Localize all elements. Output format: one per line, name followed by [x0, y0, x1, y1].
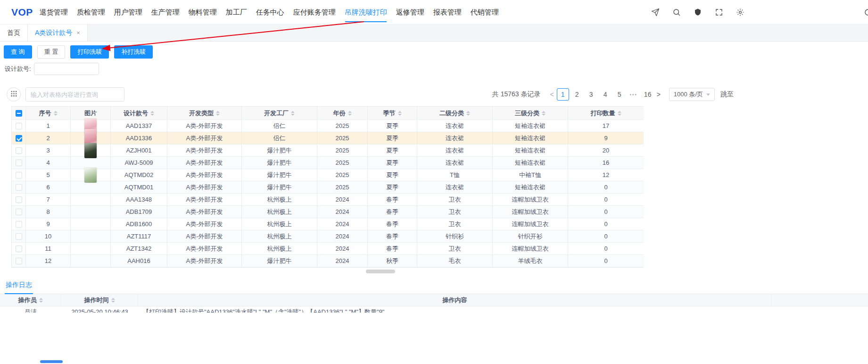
nav-item[interactable]: 用户管理 [114, 0, 142, 25]
row-checkbox[interactable] [16, 209, 22, 215]
cell-season: 春季 [368, 243, 417, 255]
tab-close-icon[interactable]: × [76, 30, 80, 36]
row-select-cell[interactable] [12, 181, 26, 194]
row-checkbox[interactable] [16, 184, 22, 191]
select-all-cell[interactable] [12, 107, 26, 120]
page-button[interactable]: 16 [642, 88, 654, 101]
send-icon[interactable] [651, 8, 660, 17]
page-button[interactable]: 3 [585, 88, 597, 101]
column-label: 操作员 [18, 296, 37, 305]
cell-factory: 侣仁 [242, 120, 317, 132]
clipped-icon[interactable] [864, 8, 868, 17]
cell-season: 夏季 [368, 144, 417, 157]
page-button[interactable]: 5 [613, 88, 626, 101]
page-button[interactable]: 2 [571, 88, 583, 101]
fullscreen-icon[interactable] [715, 8, 723, 17]
nav-item[interactable]: 报表管理 [433, 0, 462, 25]
log-horizontal-scrollbar[interactable] [40, 360, 63, 363]
row-select-cell[interactable] [12, 194, 26, 206]
page-size-select[interactable]: 1000 条/页 [669, 88, 715, 101]
row-select-cell[interactable] [12, 157, 26, 169]
cell-dev-type: A类-外部开发 [167, 206, 242, 218]
row-select-cell[interactable] [12, 255, 26, 267]
row-checkbox[interactable] [16, 172, 22, 178]
row-checkbox[interactable] [16, 196, 22, 203]
row-select-cell[interactable] [12, 120, 26, 132]
page-button[interactable]: 1 [557, 88, 569, 101]
scrollbar-thumb[interactable] [366, 270, 395, 273]
cell-img [71, 194, 111, 206]
table-filter-input[interactable] [25, 87, 124, 102]
tab-operation-log[interactable]: 操作日志 [5, 277, 33, 294]
nav-item[interactable]: 加工厂 [226, 0, 247, 25]
pagination-ellipsis[interactable]: ••• [628, 88, 640, 101]
product-thumbnail[interactable] [84, 168, 97, 183]
query-button[interactable]: 查 询 [4, 45, 32, 59]
column-header: 三级分类 [493, 107, 568, 120]
column-header: 开发工厂 [242, 107, 317, 120]
reset-button[interactable]: 重 置 [37, 45, 66, 59]
print-washlabel-button[interactable]: 打印洗唛 [70, 45, 109, 59]
sort-icon[interactable] [54, 111, 58, 116]
row-checkbox[interactable] [16, 123, 22, 129]
cell-design-no: ADB1600 [111, 218, 167, 230]
caret-up-icon [291, 111, 295, 113]
row-checkbox[interactable] [16, 135, 22, 142]
sort-icon[interactable] [39, 298, 43, 303]
nav-item[interactable]: 代销管理 [471, 0, 499, 25]
row-select-cell[interactable] [12, 132, 26, 144]
caret-down-icon [39, 301, 43, 303]
nav-item[interactable]: 退货管理 [40, 0, 68, 25]
row-select-cell[interactable] [12, 243, 26, 255]
row-select-cell[interactable] [12, 218, 26, 230]
nav-item[interactable]: 任务中心 [256, 0, 284, 25]
design-no-input[interactable] [34, 63, 99, 75]
prev-page-button[interactable]: < [547, 91, 556, 98]
nav-item[interactable]: 物料管理 [189, 0, 217, 25]
product-thumbnail[interactable] [84, 143, 97, 158]
sort-icon[interactable] [111, 298, 115, 303]
nav-item[interactable]: 质检管理 [77, 0, 105, 25]
sort-icon[interactable] [348, 111, 352, 116]
cell-print-qty: 12 [568, 169, 644, 181]
row-checkbox[interactable] [16, 258, 22, 264]
header-row: 序号图片设计款号开发类型开发工厂年份季节二级分类三级分类打印数量 [12, 107, 643, 120]
nav-item[interactable]: 应付账务管理 [293, 0, 336, 25]
sort-icon[interactable] [466, 111, 470, 116]
page-button[interactable]: 4 [599, 88, 612, 101]
sort-icon[interactable] [398, 111, 402, 116]
nav-item[interactable]: 吊牌洗唛打印 [345, 0, 387, 25]
grid-toolbar: 共 15763 条记录 < 12345•••16 > 1000 条/页 跳至 [0, 87, 868, 102]
sort-icon[interactable] [618, 111, 621, 116]
column-settings-button[interactable] [7, 87, 21, 102]
sort-icon[interactable] [291, 111, 295, 116]
tab[interactable]: A类设计款号× [28, 25, 88, 41]
tab[interactable]: 首页 [0, 25, 28, 41]
select-all-checkbox[interactable] [16, 110, 22, 117]
row-select-cell[interactable] [12, 206, 26, 218]
sort-icon[interactable] [150, 111, 154, 116]
row-select-cell[interactable] [12, 230, 26, 243]
sort-icon[interactable] [216, 111, 220, 116]
nav-item[interactable]: 返修管理 [396, 0, 424, 25]
reprint-washlabel-button[interactable]: 补打洗唛 [114, 45, 153, 59]
gear-icon[interactable] [736, 8, 744, 17]
row-checkbox[interactable] [16, 147, 22, 154]
cell-dev-type: A类-外部开发 [167, 157, 242, 169]
search-icon[interactable] [672, 8, 681, 17]
row-checkbox[interactable] [16, 233, 22, 240]
cell-season: 夏季 [368, 169, 417, 181]
row-checkbox[interactable] [16, 221, 22, 228]
sort-icon[interactable] [542, 111, 546, 116]
nav-item[interactable]: 生产管理 [151, 0, 180, 25]
cell-cat3: 连帽加绒卫衣 [493, 194, 568, 206]
row-checkbox[interactable] [16, 245, 22, 252]
row-select-cell[interactable] [12, 169, 26, 181]
row-checkbox[interactable] [16, 160, 22, 166]
shield-icon[interactable] [694, 8, 702, 17]
row-select-cell[interactable] [12, 144, 26, 157]
horizontal-scrollbar[interactable] [11, 270, 643, 273]
cell-dev-type: A类-外部开发 [167, 132, 242, 144]
cell-print-qty: 0 [568, 194, 644, 206]
next-page-button[interactable]: > [654, 91, 663, 98]
